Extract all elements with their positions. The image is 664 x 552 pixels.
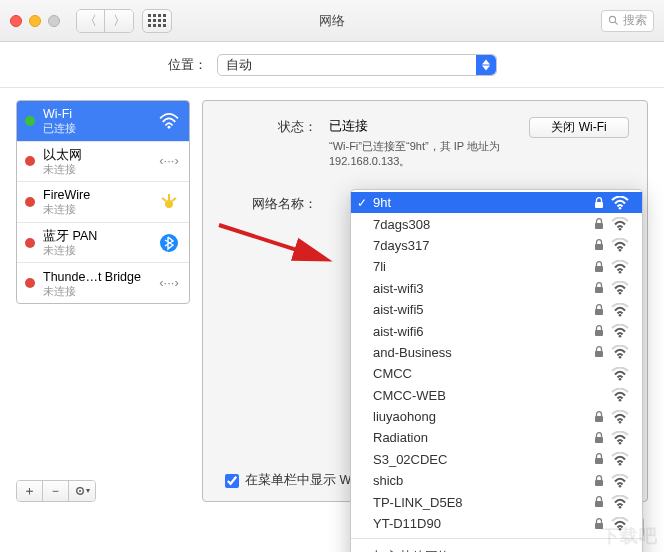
wifi-icon: [157, 110, 181, 132]
show-all-prefs[interactable]: [142, 9, 172, 33]
network-name: CMCC-WEB: [373, 388, 592, 403]
firewire-icon: [157, 191, 181, 213]
select-arrows-icon: [476, 55, 496, 75]
lock-icon: [594, 261, 604, 273]
wifi-signal-icon: [611, 196, 629, 210]
svg-rect-21: [595, 244, 603, 250]
svg-rect-31: [595, 351, 603, 357]
network-option[interactable]: 7li: [351, 256, 642, 277]
zoom-window[interactable]: [48, 15, 60, 27]
lock-icon: [594, 218, 604, 230]
network-dropdown[interactable]: 9ht 7dags308 7days317 7li aist-wifi3 ais…: [350, 189, 643, 552]
svg-point-13: [79, 490, 81, 492]
svg-rect-25: [595, 287, 603, 293]
separator: [351, 538, 642, 539]
nav-back[interactable]: 〈: [77, 10, 105, 32]
network-name: S3_02CDEC: [373, 452, 592, 467]
network-name: shicb: [373, 473, 592, 488]
svg-point-0: [609, 16, 615, 22]
wifi-signal-icon: [611, 303, 629, 317]
network-option[interactable]: shicb: [351, 470, 642, 491]
lock-icon: [594, 325, 604, 337]
location-row: 位置： 自动: [0, 42, 664, 88]
svg-point-40: [619, 463, 622, 466]
status-dot-icon: [25, 238, 35, 248]
lock-icon: [594, 432, 604, 444]
wifi-signal-icon: [611, 281, 629, 295]
network-name: 7li: [373, 259, 592, 274]
network-option[interactable]: liuyaohong: [351, 406, 642, 427]
svg-point-42: [619, 485, 622, 488]
network-name-label: 网络名称：: [225, 194, 317, 213]
svg-rect-37: [595, 437, 603, 443]
svg-line-9: [172, 198, 176, 201]
svg-rect-23: [595, 266, 603, 272]
lock-icon: [594, 239, 604, 251]
location-select[interactable]: 自动: [217, 54, 497, 76]
grid-icon: [148, 14, 166, 27]
svg-line-16: [219, 225, 325, 259]
add-connection[interactable]: ＋: [17, 481, 43, 501]
search-icon: [608, 15, 619, 26]
wifi-signal-icon: [611, 324, 629, 338]
close-window[interactable]: [10, 15, 22, 27]
annotation-arrow: [215, 217, 335, 277]
join-other-network[interactable]: 加入其他网络…: [351, 543, 642, 552]
bluetooth-icon: [157, 232, 181, 254]
connection-status: 已连接: [43, 122, 149, 135]
network-option[interactable]: CMCC-WEB: [351, 385, 642, 406]
turn-off-wifi-button[interactable]: 关闭 Wi-Fi: [529, 117, 629, 138]
network-option[interactable]: aist-wifi5: [351, 299, 642, 320]
window-title: 网络: [319, 12, 345, 30]
connection-status: 未连接: [43, 244, 149, 257]
wifi-signal-icon: [611, 431, 629, 445]
show-in-menubar-checkbox[interactable]: [225, 474, 239, 488]
svg-point-22: [619, 249, 622, 252]
connections-list[interactable]: Wi-Fi 已连接 以太网 未连接 ‹···› FireWire 未连接 蓝牙 …: [16, 100, 190, 304]
svg-rect-39: [595, 458, 603, 464]
remove-connection[interactable]: －: [43, 481, 69, 501]
connection-item[interactable]: 以太网 未连接 ‹···›: [17, 142, 189, 183]
network-option[interactable]: S3_02CDEC: [351, 449, 642, 470]
location-value: 自动: [226, 56, 252, 74]
svg-point-28: [619, 314, 622, 317]
network-option[interactable]: CMCC: [351, 363, 642, 384]
lock-icon: [594, 304, 604, 316]
connection-item[interactable]: 蓝牙 PAN 未连接: [17, 223, 189, 264]
ethernet-icon: ‹···›: [157, 150, 181, 172]
wifi-signal-icon: [611, 452, 629, 466]
search-placeholder: 搜索: [623, 12, 647, 29]
network-name: TP-LINK_D5E8: [373, 495, 592, 510]
connection-status: 未连接: [43, 285, 149, 298]
lock-icon: [594, 411, 604, 423]
network-option[interactable]: YT-D11D90: [351, 513, 642, 534]
network-option[interactable]: 7dags308: [351, 213, 642, 234]
network-option[interactable]: and-Business: [351, 342, 642, 363]
lock-icon: [594, 282, 604, 294]
svg-point-32: [619, 356, 622, 359]
connection-item[interactable]: FireWire 未连接: [17, 182, 189, 223]
network-option[interactable]: 7days317: [351, 235, 642, 256]
status-dot-icon: [25, 156, 35, 166]
connection-status: 未连接: [43, 163, 149, 176]
search-field[interactable]: 搜索: [601, 10, 654, 32]
network-option[interactable]: aist-wifi3: [351, 278, 642, 299]
minimize-window[interactable]: [29, 15, 41, 27]
connection-text: Thunde…t Bridge 未连接: [43, 270, 149, 298]
network-option[interactable]: TP-LINK_D5E8: [351, 491, 642, 512]
connection-item[interactable]: Wi-Fi 已连接: [17, 101, 189, 142]
network-name: YT-D11D90: [373, 516, 592, 531]
network-name: aist-wifi3: [373, 281, 592, 296]
network-option[interactable]: Radiation: [351, 427, 642, 448]
wifi-signal-icon: [611, 217, 629, 231]
connection-actions[interactable]: [69, 481, 96, 501]
nav-forward[interactable]: 〉: [105, 10, 133, 32]
svg-point-38: [619, 442, 622, 445]
connection-item[interactable]: Thunde…t Bridge 未连接 ‹···›: [17, 263, 189, 303]
wifi-signal-icon: [611, 345, 629, 359]
network-option[interactable]: aist-wifi6: [351, 320, 642, 341]
wifi-signal-icon: [611, 495, 629, 509]
svg-rect-29: [595, 330, 603, 336]
lock-icon: [594, 453, 604, 465]
network-option[interactable]: 9ht: [351, 192, 642, 213]
